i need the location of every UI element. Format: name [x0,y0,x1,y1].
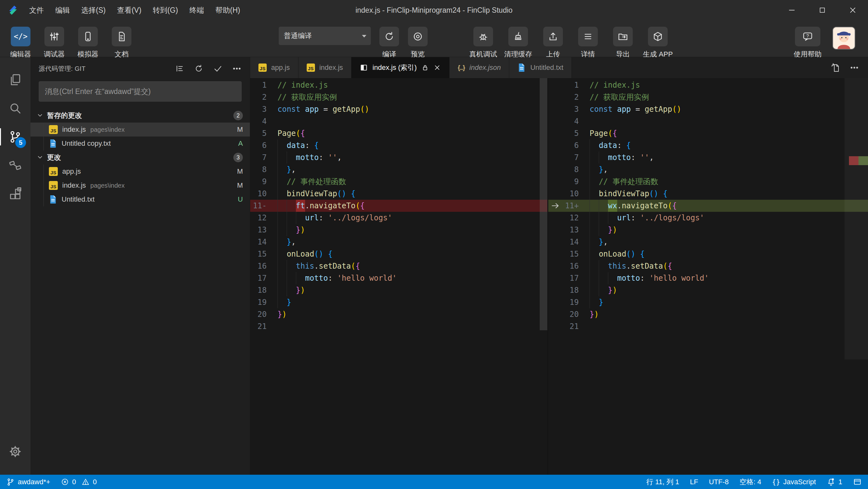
git-branch-icon [6,478,14,486]
maximize-button[interactable] [807,0,838,20]
menu-item-file[interactable]: 文件 [24,3,50,18]
menu-item-edit[interactable]: 编辑 [50,3,75,18]
line-number: 17 [562,272,590,284]
problems-status[interactable]: 0 0 [61,478,97,486]
commit-button[interactable] [213,64,222,73]
clear-cache-button[interactable]: 清理缓存 [502,27,534,59]
tab-index-js-diff[interactable]: index.js (索引) [351,57,449,78]
scm-file-row[interactable]: Untitled copy.txtA [30,136,250,151]
line-number: 6 [250,140,277,151]
settings-gear-button[interactable] [0,437,30,466]
upload-button[interactable]: 上传 [537,27,569,59]
activity-api[interactable] [0,151,30,180]
diff-left-pane[interactable]: 1// index.js2// 获取应用实例3const app = getAp… [250,78,548,475]
scm-file-row[interactable]: JSindex.jspages\indexM [30,123,250,136]
encoding-indicator[interactable]: UTF-8 [709,478,728,486]
lock-icon [421,64,429,71]
tab-label: index.js [319,63,343,72]
editor-button[interactable]: </>编辑器 [8,27,33,59]
line-number: 13 [250,224,277,236]
preview-button[interactable]: 预览 [405,27,431,59]
git-status-letter: M [237,125,243,134]
code-line: 7 motto: '', [250,151,547,163]
scm-file-row[interactable]: JSindex.jspages\indexM [30,179,250,192]
details-button[interactable]: 详情 [572,27,604,59]
file-name: Untitled copy.txt [62,140,111,148]
close-button[interactable] [838,0,868,20]
extensions-icon [8,187,22,201]
glyph-margin [548,320,562,332]
activity-search[interactable] [0,94,30,123]
debugger-button[interactable]: 调试器 [42,27,67,59]
view-as-tree-button[interactable] [175,64,184,73]
notifications-bell[interactable]: 1 [827,478,842,486]
generate-app-button[interactable]: 生成 APP [642,27,674,59]
line-number: 13 [562,224,590,236]
compile-mode-select[interactable]: 普通编译 [279,27,371,45]
activity-explorer[interactable] [0,65,30,94]
tab-close-button[interactable] [433,64,441,71]
mode-buttons: </>编辑器调试器模拟器文档 [8,27,134,59]
flow-icon [8,159,22,172]
user-avatar[interactable] [832,27,855,50]
scm-section-header[interactable]: 更改3 [30,151,250,164]
commit-message-input[interactable] [39,81,242,102]
code-line: 9 // 事件处理函数 [250,176,547,188]
menu-item-goto[interactable]: 转到(G) [147,3,184,18]
menu-item-view[interactable]: 查看(V) [112,3,147,18]
eol-indicator[interactable]: LF [690,478,698,486]
cursor-position[interactable]: 行 11, 列 1 [646,477,679,487]
editor-more-button[interactable] [849,63,859,72]
menu-item-selection[interactable]: 选择(S) [75,3,112,18]
section-count-badge: 3 [234,153,243,162]
line-number: 4 [250,115,277,127]
menu-item-terminal[interactable]: 终端 [184,3,210,18]
scm-file-row[interactable]: JSapp.jsM [30,164,250,179]
refresh-button[interactable] [194,64,204,73]
tab-untitled-txt[interactable]: Untitled.txt [509,57,572,78]
code-line: 17 motto: 'hello world' [250,272,547,284]
editor-area: JSapp.jsJSindex.jsindex.js (索引){..}index… [250,57,868,475]
export-button[interactable]: 导出 [607,27,639,59]
simulator-button[interactable]: 模拟器 [75,27,100,59]
code-line: 4 [548,115,868,127]
error-icon [61,478,69,486]
right-scrollbar[interactable] [844,78,868,360]
layout-toggle[interactable] [853,478,862,486]
scm-file-row[interactable]: Untitled.txtU [30,192,250,206]
chevron-down-icon [36,153,44,162]
revert-arrow-icon[interactable] [548,200,562,212]
glyph-margin [548,115,562,127]
branch-status[interactable]: awdawd*+ [6,478,50,486]
activity-source-control[interactable]: 5 [0,123,30,151]
warning-count: 0 [93,478,96,486]
scm-section-header[interactable]: 暂存的更改2 [30,109,250,123]
diff-right-pane[interactable]: 1// index.js2// 获取应用实例3const app = getAp… [548,78,868,475]
code-line: 10 bindViewTap() { [250,188,547,200]
indent-indicator[interactable]: 空格: 4 [739,477,761,487]
tab-index-js[interactable]: JSindex.js [299,57,352,78]
docs-button[interactable]: 文档 [109,27,134,59]
left-scrollbar[interactable] [540,78,547,330]
compile-button[interactable]: 编译 [376,27,402,59]
more-button[interactable] [232,64,242,73]
tab-app-js[interactable]: JSapp.js [250,57,299,78]
activity-extensions[interactable] [0,180,30,208]
code-line: 14 }, [548,236,868,248]
overview-ruler-removed [849,156,859,165]
help-button[interactable]: ?使用帮助 [793,27,823,59]
remote-debug-button[interactable]: 真机调试 [467,27,499,59]
language-indicator[interactable]: {}JavaScript [772,478,816,486]
line-number: 9 [250,176,277,188]
tab-label: app.js [271,63,290,72]
tab-index-json[interactable]: {..}index.json [450,57,509,78]
status-text: 1 [838,478,842,486]
minimize-button[interactable] [777,0,807,20]
broom-icon [508,27,528,47]
menu-item-help[interactable]: 帮助(H) [210,3,246,18]
gear-icon [8,445,22,459]
status-text: LF [690,478,698,486]
files-icon [8,73,22,86]
open-changes-button[interactable] [831,63,840,72]
source-control-sidebar: 源代码管理: GIT 暂存的更改2JSindex.jspages\indexMU… [30,57,250,475]
